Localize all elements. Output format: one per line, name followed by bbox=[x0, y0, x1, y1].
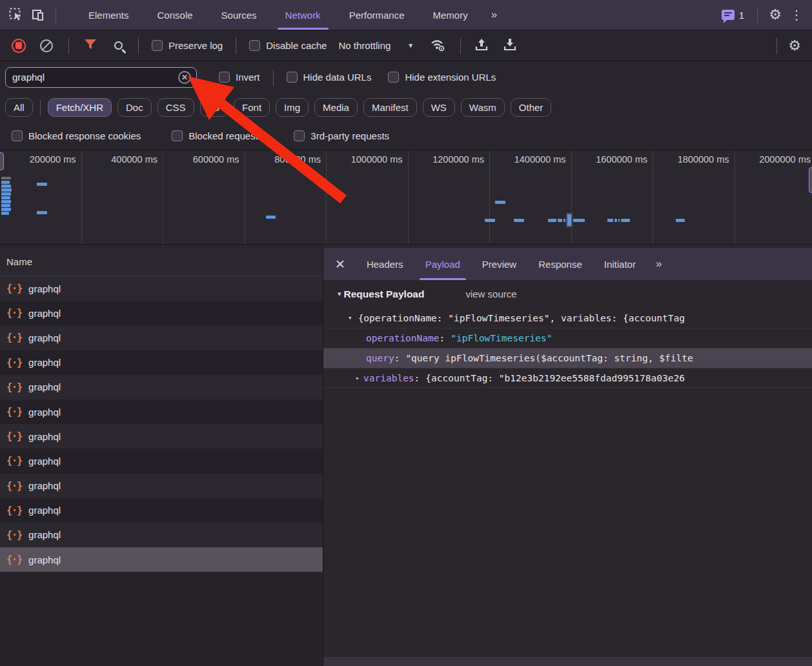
timeline-tick: 1000000 ms bbox=[327, 150, 409, 244]
view-source-link[interactable]: view source bbox=[465, 288, 516, 299]
chip-fetch-xhr[interactable]: Fetch/XHR bbox=[48, 98, 112, 117]
timeline-tick-label: 400000 ms bbox=[111, 154, 157, 244]
preserve-log-label: Preserve log bbox=[168, 40, 223, 51]
timeline-tick-label: 1000000 ms bbox=[351, 154, 403, 244]
divider bbox=[56, 6, 56, 23]
hide-extension-urls-checkbox[interactable]: Hide extension URLs bbox=[388, 72, 496, 83]
checkbox-icon bbox=[287, 72, 298, 83]
request-row[interactable]: {·}graphql bbox=[0, 350, 323, 375]
waterfall-bar bbox=[607, 219, 613, 222]
request-row[interactable]: {·}graphql bbox=[0, 523, 323, 547]
request-row[interactable]: {·}graphql bbox=[0, 399, 323, 424]
chip-other[interactable]: Other bbox=[511, 98, 552, 117]
clear-network-log-icon[interactable] bbox=[40, 39, 53, 52]
detail-tab-response[interactable]: Response bbox=[527, 248, 593, 280]
more-tabs-icon[interactable]: » bbox=[482, 8, 505, 21]
payload-root-row[interactable]: ▾ {operationName: "ipFlowTimeseries", va… bbox=[323, 308, 812, 328]
request-name: graphql bbox=[28, 480, 61, 491]
fetch-xhr-icon: {·} bbox=[6, 480, 22, 492]
request-row[interactable]: {·}graphql bbox=[0, 276, 323, 301]
invert-checkbox[interactable]: Invert bbox=[219, 72, 260, 83]
checkbox-icon bbox=[388, 72, 399, 83]
network-settings-gear-icon[interactable]: ⚙ bbox=[784, 35, 806, 57]
request-row[interactable]: {·}graphql bbox=[0, 301, 323, 325]
tab-performance[interactable]: Performance bbox=[335, 0, 419, 30]
chip-js[interactable]: JS bbox=[200, 98, 228, 117]
overview-right-handle[interactable] bbox=[809, 167, 812, 193]
overview-left-handle[interactable] bbox=[0, 152, 4, 170]
tab-network[interactable]: Network bbox=[271, 0, 335, 30]
waterfall-bar bbox=[1, 208, 11, 211]
request-row[interactable]: {·}graphql bbox=[0, 325, 323, 350]
request-name: graphql bbox=[28, 529, 61, 540]
blocked-response-cookies-checkbox[interactable]: Blocked response cookies bbox=[12, 130, 141, 141]
chip-doc[interactable]: Doc bbox=[117, 98, 152, 117]
kebab-menu-icon[interactable]: ⋮ bbox=[786, 7, 807, 23]
hide-data-urls-checkbox[interactable]: Hide data URLs bbox=[287, 72, 372, 83]
chip-manifest[interactable]: Manifest bbox=[363, 98, 417, 117]
record-network-log-button[interactable] bbox=[12, 39, 26, 53]
export-har-icon[interactable] bbox=[502, 37, 518, 54]
expand-triangle-icon[interactable]: ▸ bbox=[356, 374, 360, 381]
payload-row-operationName[interactable]: operationName:"ipFlowTimeseries" bbox=[323, 328, 812, 348]
device-toolbar-icon[interactable] bbox=[27, 4, 49, 26]
horizontal-scrollbar[interactable] bbox=[323, 657, 812, 666]
filter-icon[interactable] bbox=[83, 38, 97, 53]
more-detail-tabs-icon[interactable]: » bbox=[647, 257, 669, 270]
throttling-select[interactable]: No throttling ▼ bbox=[338, 40, 414, 51]
request-row[interactable]: {·}graphql bbox=[0, 449, 323, 473]
tab-console[interactable]: Console bbox=[143, 0, 207, 30]
close-details-icon[interactable]: ✕ bbox=[326, 257, 356, 272]
divider bbox=[460, 37, 461, 54]
inspect-element-icon[interactable] bbox=[5, 4, 27, 26]
request-row[interactable]: {·}graphql bbox=[0, 474, 323, 498]
filter-input[interactable] bbox=[12, 72, 178, 83]
blocked-requests-checkbox[interactable]: Blocked requests bbox=[172, 130, 263, 141]
name-column-header[interactable]: Name bbox=[0, 248, 323, 276]
divider bbox=[40, 100, 41, 116]
detail-tab-headers[interactable]: Headers bbox=[356, 248, 414, 280]
detail-tab-payload[interactable]: Payload bbox=[414, 248, 471, 280]
waterfall-bar bbox=[495, 201, 505, 204]
checkbox-icon bbox=[172, 130, 183, 141]
fetch-xhr-icon: {·} bbox=[6, 505, 22, 516]
chip-all[interactable]: All bbox=[5, 98, 33, 117]
issues-button[interactable]: 1 bbox=[722, 10, 744, 21]
waterfall-bar bbox=[266, 216, 276, 219]
3rd-party-requests-checkbox[interactable]: 3rd-party requests bbox=[294, 130, 389, 141]
tab-elements[interactable]: Elements bbox=[74, 0, 143, 30]
chip-ws[interactable]: WS bbox=[423, 98, 455, 117]
disable-cache-checkbox[interactable]: Disable cache bbox=[249, 40, 327, 51]
tab-memory[interactable]: Memory bbox=[419, 0, 482, 30]
request-row[interactable]: {·}graphql bbox=[0, 498, 323, 523]
network-overview-timeline[interactable]: 200000 ms400000 ms600000 ms800000 ms1000… bbox=[0, 150, 812, 245]
payload-value: {accountTag: "b12e3b2192ee5588fdad995178… bbox=[425, 373, 685, 383]
collapse-triangle-icon[interactable]: ▾ bbox=[338, 290, 341, 298]
chip-media[interactable]: Media bbox=[314, 98, 358, 117]
detail-tab-preview[interactable]: Preview bbox=[471, 248, 527, 280]
tab-sources[interactable]: Sources bbox=[207, 0, 271, 30]
request-row[interactable]: {·}graphql bbox=[0, 424, 323, 449]
network-conditions-icon[interactable] bbox=[429, 37, 447, 54]
detail-tab-initiator[interactable]: Initiator bbox=[593, 248, 647, 280]
expand-triangle-icon[interactable]: ▾ bbox=[348, 314, 352, 322]
request-row[interactable]: {·}graphql bbox=[0, 375, 323, 399]
payload-row-query[interactable]: query:"query ipFlowTimeseries($accountTa… bbox=[323, 348, 812, 368]
settings-gear-icon[interactable]: ⚙ bbox=[764, 4, 786, 26]
search-icon[interactable] bbox=[114, 41, 123, 50]
import-har-icon[interactable] bbox=[474, 37, 489, 54]
chip-font[interactable]: Font bbox=[234, 98, 270, 117]
payload-key: query bbox=[366, 353, 394, 363]
payload-row-variables[interactable]: ▸variables:{accountTag: "b12e3b2192ee558… bbox=[323, 368, 812, 388]
waterfall-bar bbox=[558, 219, 562, 222]
chip-css[interactable]: CSS bbox=[157, 98, 194, 117]
panel-tabs: ElementsConsoleSourcesNetworkPerformance… bbox=[74, 0, 482, 30]
timeline-tick: 800000 ms bbox=[245, 150, 327, 244]
request-name: graphql bbox=[28, 308, 61, 319]
chip-img[interactable]: Img bbox=[276, 98, 309, 117]
preserve-log-checkbox[interactable]: Preserve log bbox=[152, 40, 223, 51]
request-name: graphql bbox=[28, 283, 61, 294]
request-row[interactable]: {·}graphql bbox=[0, 547, 323, 572]
chip-wasm[interactable]: Wasm bbox=[461, 98, 505, 117]
clear-filter-icon[interactable]: ✕ bbox=[178, 71, 191, 84]
